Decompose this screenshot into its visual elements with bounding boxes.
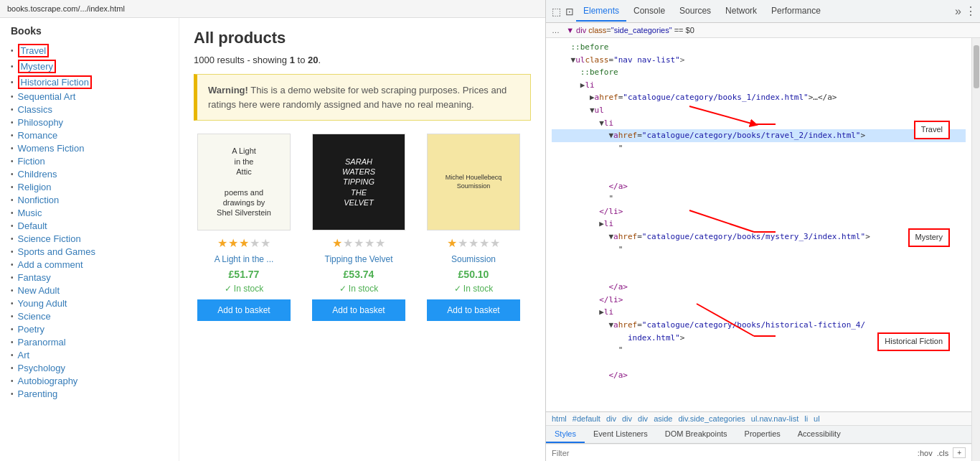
sidebar-item[interactable]: Sequential Art [11, 91, 168, 102]
bottom-tab-accessibility[interactable]: Accessibility [789, 426, 849, 443]
devtools-menu[interactable]: ⋮ [965, 4, 976, 18]
sidebar-item[interactable]: Science [11, 311, 168, 322]
dom-line[interactable]: ▼ a href="catalogue/category/books/myste… [552, 230, 966, 243]
scrollbar-thumb[interactable] [974, 45, 979, 88]
sidebar-item[interactable]: Mystery [11, 60, 168, 73]
sidebar-item[interactable]: Add a comment [11, 259, 168, 270]
sidebar-item[interactable]: Music [11, 208, 168, 218]
sidebar-item[interactable]: Psychology [11, 363, 168, 373]
dom-line[interactable]: </a> [552, 369, 966, 382]
devtools-tabs: ⬚ ⊡ Elements Console Sources Network Per… [546, 0, 980, 23]
sidebar-item[interactable]: Childrens [11, 169, 168, 180]
sidebar-item[interactable]: Default [11, 220, 168, 231]
filter-input[interactable] [552, 449, 913, 457]
sidebar-item[interactable]: Science Fiction [11, 233, 168, 244]
dom-line[interactable]: ▼ li [552, 117, 966, 130]
sidebar-item[interactable]: Classics [11, 104, 168, 115]
tab-network[interactable]: Network [718, 1, 764, 22]
devtools-inspect-icon[interactable]: ⬚ [550, 4, 563, 19]
breadcrumb-item[interactable]: aside [654, 414, 672, 423]
breadcrumb-item[interactable]: #default [573, 414, 600, 423]
sidebar-item[interactable]: Romance [11, 130, 168, 141]
add-to-basket-button[interactable]: Add to basket [312, 299, 405, 321]
dom-line[interactable]: ▶ li [552, 306, 966, 319]
dom-line[interactable]: ▶ li [552, 218, 966, 230]
book-card: SARAH WATERS TIPPING THE VELVET★★★★★Tipp… [308, 134, 409, 321]
filter-cls[interactable]: .cls [937, 449, 949, 457]
stock-status: In stock [454, 284, 493, 294]
dom-line[interactable]: </li> [552, 294, 966, 307]
devtools-scrollbar[interactable] [971, 38, 980, 461]
breadcrumb-item[interactable]: html [552, 414, 567, 423]
sidebar-item[interactable]: Parenting [11, 388, 168, 399]
bottom-tab-properties[interactable]: Properties [736, 426, 789, 443]
sidebar-item[interactable]: Autobiography [11, 376, 168, 386]
dom-line[interactable]: " [552, 243, 966, 256]
sidebar-item[interactable]: Philosophy [11, 117, 168, 128]
breadcrumb-item[interactable]: div [622, 414, 632, 423]
bottom-tab-styles[interactable]: Styles [546, 426, 585, 443]
dom-line[interactable]: ::before [552, 41, 966, 54]
bottom-tab-dom-breakpoints[interactable]: DOM Breakpoints [656, 426, 736, 443]
breadcrumb-bar: html #default div div div aside div.side… [546, 412, 971, 426]
book-card: Michel Houellebecq Soumission★★★★★Soumis… [423, 134, 524, 321]
breadcrumb-item[interactable]: li [804, 414, 808, 423]
book-price: £53.74 [344, 269, 374, 280]
dom-line[interactable]: </li> [552, 205, 966, 218]
bottom-tab-event-listeners[interactable]: Event Listeners [585, 426, 656, 443]
dom-line[interactable]: " [552, 142, 966, 155]
annotation-mystery: Mystery [908, 228, 951, 247]
sidebar-item[interactable]: Art [11, 350, 168, 360]
dom-line[interactable]: ▶ a href="catalogue/category/books_1/ind… [552, 91, 966, 104]
sidebar-item[interactable]: Travel [11, 44, 168, 57]
tab-performance[interactable]: Performance [764, 1, 828, 22]
dom-line[interactable]: " [552, 192, 966, 205]
tab-console[interactable]: Console [626, 1, 672, 22]
sidebar-item[interactable]: Young Adult [11, 298, 168, 309]
breadcrumb-item[interactable]: ul [814, 414, 820, 423]
dom-line[interactable]: ▼ ul class="nav nav-list"> [552, 54, 966, 67]
breadcrumb-item[interactable]: div [638, 414, 648, 423]
sidebar-item[interactable]: Poetry [11, 324, 168, 335]
book-title[interactable]: Tipping the Velvet [325, 254, 393, 264]
devtools-more-tabs[interactable]: » [955, 5, 961, 18]
sidebar-item[interactable]: Nonfiction [11, 195, 168, 205]
dom-line[interactable] [552, 154, 966, 167]
filter-add-btn[interactable]: + [953, 447, 966, 458]
tab-sources[interactable]: Sources [672, 1, 718, 22]
filter-hov[interactable]: :hov [918, 449, 933, 457]
breadcrumb-item[interactable]: ul.nav.nav-list [751, 414, 798, 423]
dom-line[interactable] [552, 269, 966, 281]
results-info: 1000 results - showing 1 to 20. [194, 55, 531, 65]
add-to-basket-button[interactable]: Add to basket [197, 299, 291, 321]
dom-content[interactable]: ::before ▼ ul class="nav nav-list"> ::be… [546, 38, 971, 411]
breadcrumb-item[interactable]: div.side_categories [678, 414, 745, 423]
sidebar-item[interactable]: Historical Fiction [11, 75, 168, 89]
dom-line[interactable] [552, 357, 966, 370]
devtools-responsive-icon[interactable]: ⊡ [563, 4, 576, 19]
sidebar-item[interactable]: Sports and Games [11, 246, 168, 257]
page-title: All products [194, 29, 531, 47]
tab-elements[interactable]: Elements [576, 1, 626, 22]
breadcrumb-item[interactable]: div [606, 414, 616, 423]
dom-line[interactable]: ::before [552, 66, 966, 79]
dom-line[interactable] [552, 256, 966, 269]
dom-line[interactable] [552, 167, 966, 180]
warning-label: Warning! [208, 85, 248, 96]
sidebar-item[interactable]: Paranormal [11, 337, 168, 348]
dom-line[interactable]: ▼ ul [552, 104, 966, 117]
dom-line[interactable]: </a> [552, 281, 966, 294]
sidebar-item[interactable]: Fantasy [11, 272, 168, 283]
dom-line[interactable]: </a> [552, 180, 966, 193]
sidebar-item[interactable]: Fiction [11, 156, 168, 167]
sidebar-item[interactable]: New Adult [11, 285, 168, 296]
add-to-basket-button[interactable]: Add to basket [427, 299, 520, 321]
dom-line[interactable]: ▼ a href="catalogue/category/books/trave… [552, 129, 966, 142]
sidebar-item[interactable]: Religion [11, 182, 168, 192]
book-title[interactable]: Soumission [451, 254, 496, 264]
star-rating: ★★★★★ [332, 236, 385, 250]
sidebar-item[interactable]: Womens Fiction [11, 143, 168, 154]
dom-line[interactable]: ▼ a href="catalogue/category/books/histo… [552, 319, 966, 332]
dom-line[interactable]: ▶ li [552, 79, 966, 92]
book-title[interactable]: A Light in the ... [215, 254, 274, 264]
